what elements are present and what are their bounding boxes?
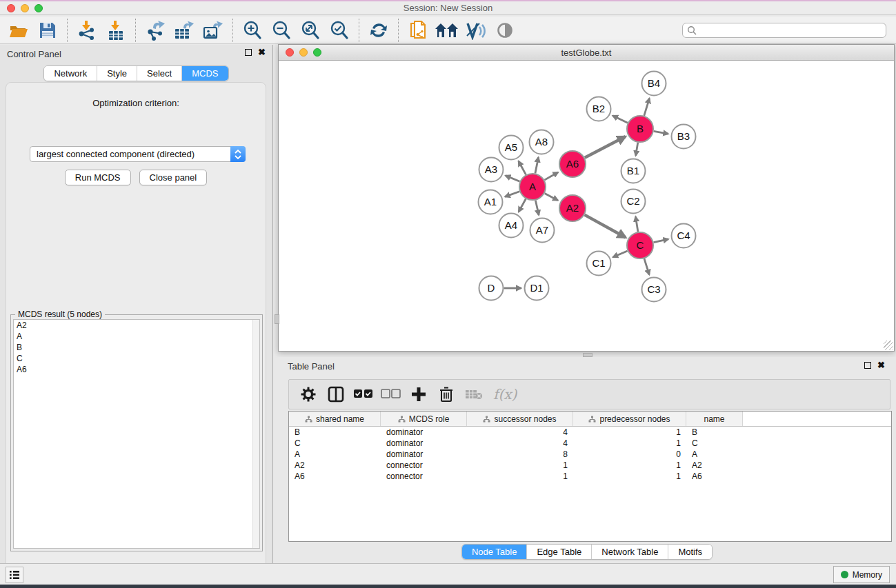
close-window-button[interactable] (7, 4, 15, 12)
close-table-panel-icon[interactable]: ✖ (877, 362, 885, 369)
mcds-result-item[interactable]: C (14, 353, 259, 364)
node-A3[interactable]: A3 (479, 158, 504, 182)
network-canvas[interactable]: B4B2BB3A8A5A6A3B1AA1C2A2A4A7C4CC1C3DD1 (279, 61, 894, 351)
edge-C-C3[interactable] (644, 258, 649, 274)
column-header-shared-name[interactable]: shared name (289, 412, 381, 426)
delete-column-button[interactable] (434, 382, 459, 407)
minimize-window-button[interactable] (21, 4, 29, 12)
show-style-button[interactable] (461, 18, 490, 43)
table-row[interactable]: Bdominator41B (289, 427, 891, 438)
node-B4[interactable]: B4 (642, 72, 666, 96)
search-input[interactable] (697, 24, 882, 37)
tab-network-table[interactable]: Network Table (591, 545, 668, 559)
zoom-out-button[interactable] (267, 18, 296, 43)
mcds-result-item[interactable]: A2 (14, 320, 259, 331)
network-window-titlebar[interactable]: testGlobe.txt (279, 45, 894, 61)
edge-B-B4[interactable] (644, 99, 650, 116)
export-network-button[interactable] (141, 18, 170, 43)
apply-preferred-layout-button[interactable] (364, 18, 393, 43)
table-row[interactable]: A6connector11A6 (289, 471, 891, 482)
zoom-network-window-button[interactable] (313, 48, 321, 57)
tab-node-table[interactable]: Node Table (462, 545, 527, 559)
tab-style[interactable]: Style (97, 66, 137, 81)
import-table-from-file-button[interactable] (101, 18, 130, 43)
mcds-result-item[interactable]: B (14, 342, 259, 353)
node-A6[interactable]: A6 (559, 151, 586, 177)
edge-A-A2[interactable] (545, 193, 558, 200)
vertical-scrollbar-thumb[interactable] (275, 314, 279, 324)
close-network-window-button[interactable] (286, 48, 294, 57)
float-panel-icon[interactable] (245, 49, 252, 56)
edge-A-A5[interactable] (519, 161, 526, 175)
tab-select[interactable]: Select (137, 66, 181, 81)
zoom-in-button[interactable] (238, 18, 267, 43)
table-row[interactable]: A2connector11A2 (289, 460, 891, 471)
create-column-button[interactable] (406, 382, 431, 407)
node-A5[interactable]: A5 (499, 136, 524, 160)
network-graph[interactable]: B4B2BB3A8A5A6A3B1AA1C2A2A4A7C4CC1C3DD1 (279, 61, 894, 351)
window-resize-grip[interactable] (884, 341, 893, 350)
node-B[interactable]: B (627, 116, 653, 142)
node-A8[interactable]: A8 (530, 130, 554, 154)
tab-motifs[interactable]: Motifs (668, 545, 712, 559)
node-A2[interactable]: A2 (559, 195, 586, 221)
tab-mcds[interactable]: MCDS (181, 66, 228, 81)
edge-A-A6[interactable] (544, 172, 558, 180)
delete-table-button[interactable] (461, 382, 486, 407)
table-row[interactable]: Cdominator41C (289, 438, 891, 449)
node-B1[interactable]: B1 (621, 159, 646, 183)
edge-C-C4[interactable] (654, 239, 669, 243)
node-C1[interactable]: C1 (587, 252, 611, 276)
edge-A2-C[interactable] (585, 215, 626, 238)
node-C[interactable]: C (627, 232, 653, 258)
zoom-fit-content-button[interactable] (296, 18, 325, 43)
mcds-result-item[interactable]: A (14, 331, 259, 342)
node-table[interactable]: shared nameMCDS rolesuccessor nodesprede… (288, 411, 892, 542)
node-C3[interactable]: C3 (642, 278, 666, 302)
criterion-dropdown[interactable]: largest connected component (directed) (30, 146, 246, 162)
node-D1[interactable]: D1 (525, 276, 549, 301)
export-table-button[interactable] (170, 18, 199, 43)
export-image-button[interactable] (199, 18, 228, 43)
edge-A6-B[interactable] (585, 136, 626, 158)
mcds-result-item[interactable]: A6 (14, 364, 259, 375)
tab-network[interactable]: Network (44, 66, 97, 81)
float-table-panel-icon[interactable] (864, 362, 871, 369)
node-C4[interactable]: C4 (672, 224, 696, 248)
column-header-successor-nodes[interactable]: successor nodes (467, 412, 573, 426)
node-A4[interactable]: A4 (499, 214, 524, 238)
toggle-column-view-button[interactable] (323, 382, 348, 407)
edge-C-C2[interactable] (635, 216, 637, 232)
result-scrollbar[interactable] (252, 320, 259, 548)
edge-B-B2[interactable] (613, 116, 628, 123)
import-network-from-database-button[interactable] (404, 18, 432, 43)
run-mcds-button[interactable]: Run MCDS (65, 170, 131, 185)
edge-C-C1[interactable] (613, 251, 628, 257)
task-history-button[interactable] (6, 567, 23, 583)
settings-gear-button[interactable] (296, 382, 321, 407)
table-row[interactable]: Adominator80A (289, 449, 891, 460)
memory-button[interactable]: Memory (833, 566, 890, 583)
import-network-from-file-button[interactable] (72, 18, 101, 43)
edge-B-B3[interactable] (654, 131, 668, 134)
edge-A-A3[interactable] (506, 176, 520, 182)
open-file-button[interactable] (4, 18, 33, 43)
node-B3[interactable]: B3 (672, 125, 696, 149)
minimize-network-window-button[interactable] (299, 48, 308, 57)
edge-B-B1[interactable] (636, 143, 638, 156)
show-graphics-details-button[interactable] (490, 18, 519, 43)
show-checked-columns-button[interactable] (351, 382, 376, 407)
tab-edge-table[interactable]: Edge Table (526, 545, 591, 559)
edge-A-A7[interactable] (535, 201, 539, 216)
node-B2[interactable]: B2 (587, 97, 611, 121)
edge-A-A1[interactable] (505, 192, 519, 197)
close-panel-icon[interactable]: ✖ (258, 49, 266, 56)
mcds-result-list[interactable]: A2ABCA6 (13, 319, 260, 549)
column-header-name[interactable]: name (686, 412, 743, 426)
node-A[interactable]: A (519, 174, 546, 200)
function-builder-button[interactable]: f(x) (489, 382, 521, 407)
cybrowser-home-button[interactable] (432, 18, 461, 43)
column-header-mcds-role[interactable]: MCDS role (381, 412, 467, 426)
zoom-selected-region-button[interactable] (325, 18, 354, 43)
zoom-window-button[interactable] (34, 4, 43, 12)
